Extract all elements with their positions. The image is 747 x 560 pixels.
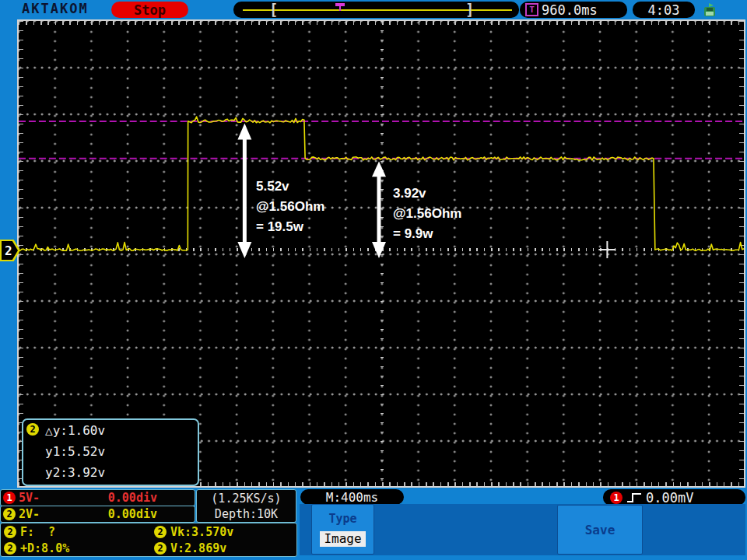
usb-icon	[701, 2, 718, 18]
delta-arrow-steady	[372, 161, 386, 258]
cursor-readout-box: 2 △y:1.60v y1:5.52v y2:3.92v	[22, 418, 199, 486]
channel2-badge: 2	[26, 423, 39, 436]
waveform-svg	[19, 21, 744, 486]
save-button[interactable]: Save	[557, 505, 643, 555]
cursor-y1: y1:5.52v	[45, 441, 198, 462]
channel2-scale: 2V-	[19, 507, 40, 521]
channel2-badge: 2	[4, 542, 16, 555]
trigger-position-bar: [ ]	[233, 2, 519, 18]
timebase-readout: M:400ms	[300, 489, 404, 505]
annotation-pulse-power: 5.52v @1.56Ohm = 19.5w	[256, 177, 324, 237]
channel2-badge: 2	[154, 542, 167, 555]
trigger-t-icon: T	[525, 3, 538, 16]
channel2-badge: 2	[3, 508, 16, 520]
brand-logo: AKTAKOM	[22, 1, 89, 16]
channel2-badge: 2	[4, 526, 16, 538]
channel2-position: 0.00div	[108, 507, 157, 521]
trigger-source-badge: 1	[610, 492, 622, 504]
trigger-time-value: 960.0ms	[542, 2, 598, 18]
window-right-bracket: ]	[465, 1, 474, 18]
memory-depth: Depth:10K	[197, 506, 296, 522]
channel1-badge: 1	[3, 492, 16, 504]
channel2-badge: 2	[154, 526, 167, 538]
save-label: Save	[585, 523, 615, 537]
measure-vk: 2 Vk:3.570v	[154, 525, 296, 539]
rising-edge-icon	[626, 492, 642, 503]
measurements-box: 2 F: ? 2 Vk:3.570v 2 +D:8.0% 2 V:2.869v	[0, 523, 297, 557]
type-label: Type	[312, 512, 374, 526]
screen-cross-marker	[598, 241, 615, 258]
measure-duty: 2 +D:8.0%	[4, 541, 154, 555]
clock-readout: 4:03	[633, 2, 695, 18]
type-selected-value[interactable]: Image	[320, 531, 365, 547]
measure-voltage: 2 V:2.869v	[154, 541, 296, 555]
run-state-label: Stop	[134, 2, 166, 18]
channel2-status: 2 2V- 0.00div	[0, 506, 195, 523]
sample-rate: (1.25KS/s)	[197, 491, 296, 506]
timebase-value: M:400ms	[326, 490, 378, 505]
cursor-y2: y2:3.92v	[45, 462, 198, 483]
acquisition-status: (1.25KS/s) Depth:10K	[196, 489, 296, 523]
run-state-badge: Stop	[111, 2, 188, 18]
trigger-level-value: 0.00mV	[646, 490, 693, 506]
delta-arrow-pulse	[237, 124, 251, 258]
measure-frequency: 2 F: ?	[4, 525, 154, 539]
trigger-level-readout: 1 0.00mV	[603, 489, 745, 506]
channel1-status: 1 5V- 0.00div	[0, 489, 195, 506]
oscilloscope-screen: AKTAKOM Stop [ ] T 960.0ms 4:03	[0, 0, 747, 560]
ch2-trace	[19, 117, 744, 250]
annotation-steady-power: 3.92v @1.56Ohm = 9.9w	[393, 184, 461, 244]
trigger-position-icon	[335, 3, 345, 11]
clock-value: 4:03	[648, 2, 680, 18]
window-left-bracket: [	[269, 1, 278, 18]
type-button[interactable]: Type Image	[311, 504, 374, 555]
channel1-scale: 5V-	[19, 491, 40, 505]
channel1-position: 0.00div	[108, 491, 157, 505]
waveform-display: 5.52v @1.56Ohm = 19.5w 3.92v @1.56Ohm = …	[17, 19, 745, 488]
cursor-delta-y: △y:1.60v	[45, 420, 198, 441]
trigger-time-readout: T 960.0ms	[520, 2, 627, 18]
